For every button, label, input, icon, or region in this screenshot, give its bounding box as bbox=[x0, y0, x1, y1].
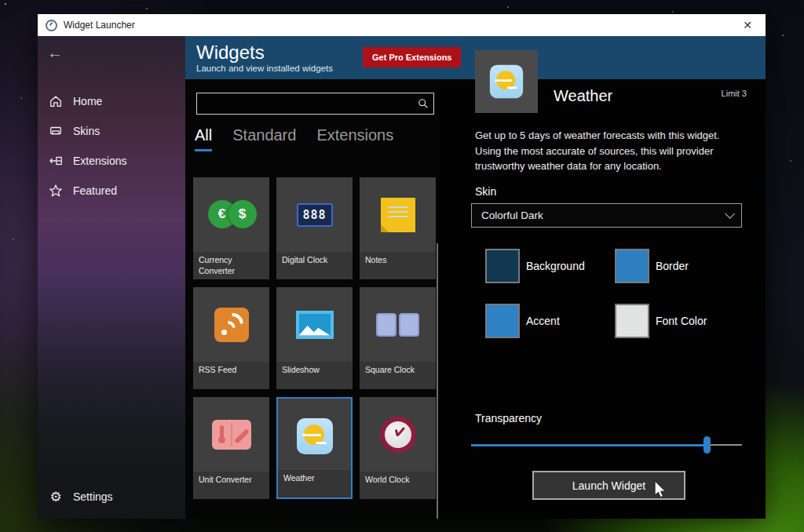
weather-icon bbox=[490, 65, 523, 98]
widget-tile-label: Digital Clock bbox=[276, 252, 353, 279]
widget-detail-panel: Weather Limit 3 Get up to 5 days of weat… bbox=[440, 79, 766, 519]
slider-fill bbox=[471, 444, 707, 446]
stars bbox=[5, 3, 6, 5]
sidebar-item-settings[interactable]: ⚙ Settings bbox=[38, 489, 185, 505]
sidebar-item-label: Extensions bbox=[73, 155, 126, 167]
color-swatch-label: Border bbox=[656, 260, 689, 272]
title-bar[interactable]: Widget Launcher ✕ bbox=[38, 14, 766, 36]
widget-detail-title: Weather bbox=[554, 87, 612, 105]
world-clock-icon bbox=[360, 397, 436, 472]
get-pro-extensions-button[interactable]: Get Pro Extensions bbox=[363, 47, 461, 67]
border-color-swatch[interactable] bbox=[615, 249, 649, 283]
color-swatch-label: Font Color bbox=[656, 315, 707, 327]
widget-tile-label: Square Clock bbox=[360, 362, 436, 389]
widget-tile-world-clock[interactable]: World Clock bbox=[360, 397, 436, 499]
chevron-down-icon bbox=[725, 209, 735, 219]
extensions-icon bbox=[48, 153, 64, 169]
sidebar-item-home[interactable]: Home bbox=[38, 86, 185, 116]
widget-list-panel: All Standard Extensions €$ Currency Conv… bbox=[185, 79, 440, 519]
widget-tile-rss-feed[interactable]: RSS Feed bbox=[193, 287, 269, 389]
widget-tile-label: Currency Converter bbox=[193, 252, 269, 279]
skin-dropdown-value: Colorful Dark bbox=[481, 210, 543, 221]
currency-converter-icon: €$ bbox=[193, 177, 269, 252]
widget-tile-slideshow[interactable]: Slideshow bbox=[276, 287, 353, 389]
widget-tile-label: Unit Converter bbox=[193, 472, 269, 499]
square-clock-icon bbox=[360, 287, 436, 362]
widget-tile-notes[interactable]: Notes bbox=[360, 177, 436, 279]
skin-dropdown[interactable]: Colorful Dark bbox=[471, 203, 742, 228]
sidebar-item-label: Settings bbox=[73, 490, 113, 503]
font-color-swatch[interactable] bbox=[615, 304, 649, 338]
selected-widget-preview bbox=[475, 50, 538, 113]
color-row-accent: Accent bbox=[485, 304, 560, 338]
unit-converter-icon bbox=[193, 397, 269, 472]
digital-clock-icon: 888 bbox=[276, 177, 353, 252]
back-arrow-icon[interactable]: ← bbox=[47, 42, 69, 63]
sidebar-item-label: Featured bbox=[73, 184, 117, 197]
color-swatch-label: Accent bbox=[526, 315, 560, 327]
widget-tile-weather[interactable]: Weather bbox=[276, 397, 353, 499]
color-row-background: Background bbox=[485, 249, 585, 283]
gear-icon: ⚙ bbox=[48, 489, 64, 505]
weather-icon bbox=[278, 399, 351, 473]
sidebar-item-extensions[interactable]: Extensions bbox=[38, 146, 185, 176]
accent-color-swatch[interactable] bbox=[485, 304, 520, 338]
transparency-slider[interactable] bbox=[471, 436, 742, 454]
widget-launcher-window: Widget Launcher ✕ ← Home Skins bbox=[38, 14, 766, 519]
vertical-scrollbar[interactable] bbox=[437, 243, 438, 519]
sidebar: ← Home Skins Extensions bbox=[38, 36, 185, 519]
widget-tile-label: Slideshow bbox=[276, 362, 353, 389]
slideshow-icon bbox=[276, 287, 353, 362]
sidebar-item-skins[interactable]: Skins bbox=[38, 116, 185, 146]
page-subtitle: Launch and view installed widgets bbox=[196, 64, 333, 73]
skin-label: Skin bbox=[475, 185, 496, 198]
widget-grid: €$ Currency Converter 888 Digital Clock … bbox=[185, 79, 440, 519]
widget-limit-badge: Limit 3 bbox=[722, 89, 747, 98]
color-row-font-color: Font Color bbox=[615, 304, 707, 338]
star-icon bbox=[48, 183, 64, 199]
sidebar-item-label: Skins bbox=[73, 125, 100, 137]
widget-tile-currency-converter[interactable]: €$ Currency Converter bbox=[193, 177, 269, 279]
slider-thumb[interactable] bbox=[704, 436, 711, 454]
page-title: Widgets bbox=[196, 42, 333, 62]
sidebar-nav: Home Skins Extensions Featured bbox=[38, 86, 185, 206]
sidebar-item-label: Home bbox=[73, 95, 102, 107]
widget-tile-label: World Clock bbox=[360, 472, 436, 499]
sidebar-item-featured[interactable]: Featured bbox=[38, 176, 185, 206]
window-title: Widget Launcher bbox=[64, 20, 737, 31]
home-icon bbox=[48, 93, 64, 109]
mouse-cursor bbox=[653, 481, 667, 501]
widget-tile-label: Weather bbox=[278, 470, 351, 497]
rss-feed-icon bbox=[193, 287, 269, 362]
close-icon[interactable]: ✕ bbox=[737, 16, 758, 34]
widget-tile-square-clock[interactable]: Square Clock bbox=[360, 287, 436, 389]
color-row-border: Border bbox=[615, 249, 689, 283]
background-color-swatch[interactable] bbox=[485, 249, 520, 283]
app-logo-icon bbox=[46, 20, 57, 31]
skins-icon bbox=[48, 123, 64, 139]
notes-icon bbox=[360, 177, 436, 252]
widget-tile-digital-clock[interactable]: 888 Digital Clock bbox=[276, 177, 353, 279]
color-swatch-label: Background bbox=[526, 260, 585, 272]
widget-tile-unit-converter[interactable]: Unit Converter bbox=[193, 397, 269, 499]
widget-tile-label: Notes bbox=[360, 252, 436, 279]
widget-description: Get up to 5 days of weather forecasts wi… bbox=[475, 128, 738, 174]
transparency-label: Transparency bbox=[475, 412, 542, 425]
widget-tile-label: RSS Feed bbox=[193, 362, 269, 389]
